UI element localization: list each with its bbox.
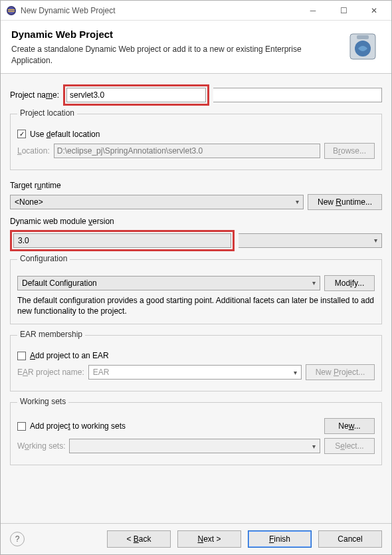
module-version-combo[interactable]: ▾: [239, 233, 382, 248]
use-default-location-label: Use default location: [30, 130, 100, 139]
window-controls: ─ ☐ ✕: [304, 4, 383, 17]
browse-button: Browse...: [324, 143, 375, 159]
svg-rect-2: [8, 9, 15, 10]
add-working-set-checkbox[interactable]: [17, 422, 26, 431]
configuration-title: Configuration: [17, 254, 70, 263]
back-button[interactable]: < Back: [107, 530, 171, 548]
add-working-set-label: Add project to working sets: [30, 421, 126, 431]
project-name-input[interactable]: [66, 88, 206, 102]
chevron-down-icon: ▾: [374, 237, 377, 244]
banner-description: Create a standalone Dynamic Web project …: [11, 44, 338, 66]
svg-point-1: [8, 7, 15, 14]
dialog-window: New Dynamic Web Project ─ ☐ ✕ Dynamic We…: [0, 0, 392, 555]
project-name-row: Project name:: [10, 84, 382, 106]
module-version-label: Dynamic web module version: [10, 217, 382, 226]
select-working-set-button: Select...: [324, 438, 375, 454]
wizard-footer: ? < Back Next > Finish Cancel: [1, 523, 391, 554]
working-sets-title: Working sets: [17, 397, 68, 406]
help-icon[interactable]: ?: [10, 532, 25, 546]
banner-title: Dynamic Web Project: [11, 29, 338, 40]
ear-project-combo: EAR ▾: [88, 365, 302, 380]
maximize-button[interactable]: ☐: [334, 4, 353, 17]
modify-button[interactable]: Modify...: [324, 275, 375, 291]
svg-rect-6: [357, 35, 369, 39]
chevron-down-icon: ▾: [296, 198, 299, 205]
configuration-group: Configuration Default Configuration ▾ Mo…: [10, 259, 382, 325]
project-name-label: Project name:: [10, 90, 59, 100]
wizard-banner: Dynamic Web Project Create a standalone …: [1, 21, 391, 74]
titlebar: New Dynamic Web Project ─ ☐ ✕: [1, 1, 391, 21]
wizard-form: Project name: Project location ✓ Use def…: [1, 74, 391, 523]
add-ear-label: Add project to an EAR: [30, 351, 109, 360]
working-sets-combo: ▾: [69, 439, 320, 453]
configuration-combo[interactable]: Default Configuration ▾: [17, 276, 320, 290]
wizard-icon: [345, 29, 381, 64]
working-sets-label: Working sets:: [17, 441, 65, 451]
ear-title: EAR membership: [17, 330, 85, 339]
project-location-group: Project location ✓ Use default location …: [10, 114, 382, 170]
chevron-down-icon: ▾: [312, 279, 316, 286]
add-ear-checkbox[interactable]: [17, 352, 26, 360]
finish-button[interactable]: Finish: [248, 530, 312, 548]
new-runtime-button[interactable]: New Runtime...: [308, 194, 382, 210]
module-version-value: 3.0: [18, 236, 29, 245]
ear-project-name-label: EAR project name:: [17, 368, 84, 377]
eclipse-icon: [6, 5, 17, 16]
ear-group: EAR membership Add project to an EAR EAR…: [10, 335, 382, 391]
location-label: Location:: [17, 146, 50, 156]
working-sets-group: Working sets Add project to working sets…: [10, 402, 382, 465]
chevron-down-icon: ▾: [312, 443, 316, 450]
new-ear-project-button: New Project...: [306, 364, 375, 380]
configuration-description: The default configuration provides a goo…: [17, 295, 375, 318]
location-input: [54, 144, 320, 158]
project-location-title: Project location: [17, 108, 77, 118]
chevron-down-icon: ▾: [294, 369, 297, 376]
minimize-button[interactable]: ─: [304, 4, 322, 17]
target-runtime-value: <None>: [15, 197, 43, 207]
target-runtime-combo[interactable]: <None> ▾: [10, 195, 304, 209]
module-version-combo-part[interactable]: 3.0: [13, 233, 231, 248]
next-button[interactable]: Next >: [177, 530, 241, 548]
cancel-button[interactable]: Cancel: [318, 530, 382, 548]
ear-project-value: EAR: [93, 368, 110, 377]
use-default-location-checkbox[interactable]: ✓: [17, 130, 26, 138]
configuration-value: Default Configuration: [22, 278, 97, 288]
target-runtime-label: Target runtime: [10, 181, 382, 190]
close-button[interactable]: ✕: [365, 4, 383, 17]
new-working-set-button[interactable]: New...: [324, 418, 375, 434]
window-title: New Dynamic Web Project: [21, 6, 304, 15]
svg-rect-3: [8, 11, 15, 11]
